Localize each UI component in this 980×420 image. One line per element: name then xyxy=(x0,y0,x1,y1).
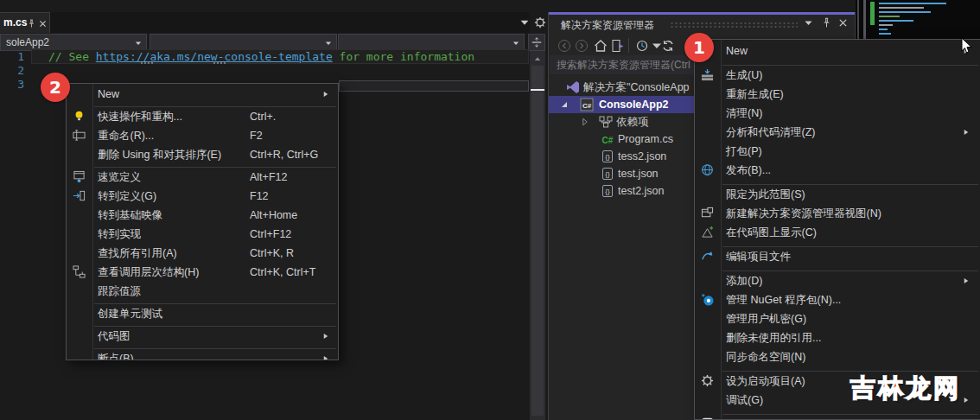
close-icon[interactable] xyxy=(38,19,48,29)
menu-item-shortcut: Ctrl+K, R xyxy=(250,244,294,263)
menu-item[interactable]: New xyxy=(695,41,980,60)
chevron-down-icon[interactable] xyxy=(519,16,531,29)
dependencies-icon xyxy=(599,115,613,129)
code-line-1[interactable]: // See https://aka.ms/new-console-templa… xyxy=(48,50,474,64)
menu-item-label: 限定为此范围(S) xyxy=(726,185,805,204)
sync-icon[interactable] xyxy=(661,39,675,53)
menu-item[interactable]: 清理(N) xyxy=(695,104,980,123)
mouse-cursor xyxy=(961,38,973,55)
tree-item-label: test.json xyxy=(618,165,659,182)
tab-program-cs[interactable]: m.cs xyxy=(0,12,50,33)
menu-item-label: 新建解决方案资源管理器视图(N) xyxy=(726,204,881,223)
menu-item[interactable]: 转到定义(G)F12 xyxy=(67,187,338,206)
menu-item[interactable]: 生成(U) xyxy=(695,66,980,85)
menu-item[interactable]: 管理 NuGet 程序包(N)... xyxy=(695,290,980,309)
editor-scrollbar[interactable] xyxy=(530,51,545,420)
nav-member-dropdown[interactable] xyxy=(338,34,525,51)
menu-item[interactable]: 查看调用层次结构(H)Ctrl+K, Ctrl+T xyxy=(67,263,338,282)
scroll-up-icon[interactable] xyxy=(533,54,542,61)
menu-item-label: 分析和代码清理(Z) xyxy=(726,123,815,142)
csharp-file-icon: C# xyxy=(601,132,614,146)
close-icon[interactable] xyxy=(837,17,849,29)
menu-item[interactable]: 重新生成(E) xyxy=(695,85,980,104)
menu-item[interactable]: 在代码图上显示(C) xyxy=(695,223,980,242)
menu-item-label: 代码图 xyxy=(98,327,130,346)
pin-icon[interactable] xyxy=(821,17,832,29)
tree-item-label: tess2.json xyxy=(618,148,666,165)
split-editor-icon xyxy=(529,36,544,48)
solution-icon xyxy=(566,80,580,94)
go-to-definition-icon xyxy=(73,189,86,202)
menu-item-label: 管理 NuGet 程序包(N)... xyxy=(726,290,841,309)
comment-text: // See xyxy=(48,50,96,63)
expander-expanded-icon[interactable] xyxy=(559,99,570,110)
back-icon[interactable] xyxy=(557,39,571,53)
submenu-arrow-icon xyxy=(321,331,331,341)
menu-item[interactable]: 跟踪值源 xyxy=(67,282,338,301)
menu-item[interactable]: 管理用户机密(G) xyxy=(695,309,980,328)
menu-item-label: 转到基础映像 xyxy=(98,206,162,225)
chevron-down-icon[interactable] xyxy=(650,39,659,53)
code-link[interactable]: https://aka.ms/new-console-template xyxy=(96,50,333,63)
menu-item[interactable]: 转到基础映像Alt+Home xyxy=(67,206,338,225)
pending-changes-filter-icon[interactable] xyxy=(635,39,649,53)
menu-item[interactable]: 断点(B) xyxy=(67,349,338,360)
menu-item[interactable]: 转到实现Ctrl+F12 xyxy=(67,225,338,244)
split-editor-button[interactable] xyxy=(528,34,545,51)
panel-drag-grip xyxy=(670,22,798,29)
home-icon[interactable] xyxy=(594,39,608,53)
tree-item-label: 解决方案"ConsoleApp xyxy=(583,79,690,96)
line-number: 2 xyxy=(5,64,24,78)
code-thumbnail-line xyxy=(879,16,900,17)
svg-text:{}: {} xyxy=(605,170,610,178)
menu-item-shortcut: Ctrl+R, Ctrl+G xyxy=(250,145,318,164)
menu-item[interactable]: AntDeploy xyxy=(695,415,980,420)
menu-item[interactable]: 打包(P) xyxy=(695,142,980,161)
nav-project-dropdown[interactable]: soleApp2 xyxy=(0,34,147,51)
menu-item[interactable]: 重命名(R)...F2 xyxy=(67,126,338,145)
panel-title: 解决方案资源管理器 xyxy=(561,18,654,33)
menu-item[interactable]: 创建单元测试 xyxy=(67,304,338,323)
menu-item[interactable]: 代码图 xyxy=(67,327,338,346)
suggestion-dots xyxy=(213,62,226,64)
menu-item[interactable]: New xyxy=(67,85,338,104)
menu-item-label: AntDeploy xyxy=(726,415,776,420)
vs-window: m.cs soleApp2 1 2 3 // See https://aka.m… xyxy=(0,0,980,420)
menu-item-label: 管理用户机密(G) xyxy=(726,309,806,328)
menu-item-label: 转到实现 xyxy=(98,225,141,244)
code-map-icon xyxy=(701,226,714,239)
menu-item[interactable]: 删除未使用的引用... xyxy=(695,328,980,347)
menu-item[interactable]: 发布(B)... xyxy=(695,161,980,180)
menu-item[interactable]: 编辑项目文件 xyxy=(695,247,980,266)
switch-views-icon[interactable] xyxy=(611,39,625,53)
json-file-icon: {} xyxy=(601,150,614,163)
pin-icon[interactable] xyxy=(27,19,36,29)
menu-item[interactable]: 新建解决方案资源管理器视图(N) xyxy=(695,204,980,223)
menu-item-label: 编辑项目文件 xyxy=(726,247,791,266)
submenu-arrow-icon xyxy=(961,276,971,286)
menu-item[interactable]: 限定为此范围(S) xyxy=(695,185,980,204)
menu-item-label: New xyxy=(726,41,748,60)
menu-item[interactable]: 添加(D) xyxy=(695,271,980,290)
json-file-icon: {} xyxy=(601,167,614,181)
scrollbar-track[interactable] xyxy=(531,66,544,416)
menu-item[interactable]: 同步命名空间(N) xyxy=(695,347,980,366)
scroll-position-marker xyxy=(531,89,544,91)
nav-type-dropdown[interactable] xyxy=(150,34,337,51)
menu-item-label: 跟踪值源 xyxy=(98,282,141,301)
menu-item[interactable]: 查找所有引用(A)Ctrl+K, R xyxy=(67,244,338,263)
expander-collapsed-icon[interactable] xyxy=(580,117,590,127)
menu-item-label: 查看调用层次结构(H) xyxy=(98,263,199,282)
menu-item[interactable]: 快速操作和重构...Ctrl+. xyxy=(67,107,338,126)
background-panel-edge xyxy=(339,80,529,92)
call-hierarchy-icon xyxy=(73,265,86,278)
gear-icon[interactable] xyxy=(534,16,546,29)
menu-item[interactable]: 速览定义Alt+F12 xyxy=(67,168,338,187)
forward-icon[interactable] xyxy=(575,39,589,53)
annotation-badge-1: 1 xyxy=(684,33,714,62)
menu-item-shortcut: F2 xyxy=(250,126,263,145)
menu-item[interactable]: 删除 Using 和对其排序(E)Ctrl+R, Ctrl+G xyxy=(67,145,338,164)
thumbnail-scrollbar xyxy=(863,0,866,39)
menu-item[interactable]: 分析和代码清理(Z) xyxy=(695,123,980,142)
chevron-down-icon[interactable] xyxy=(803,17,814,29)
